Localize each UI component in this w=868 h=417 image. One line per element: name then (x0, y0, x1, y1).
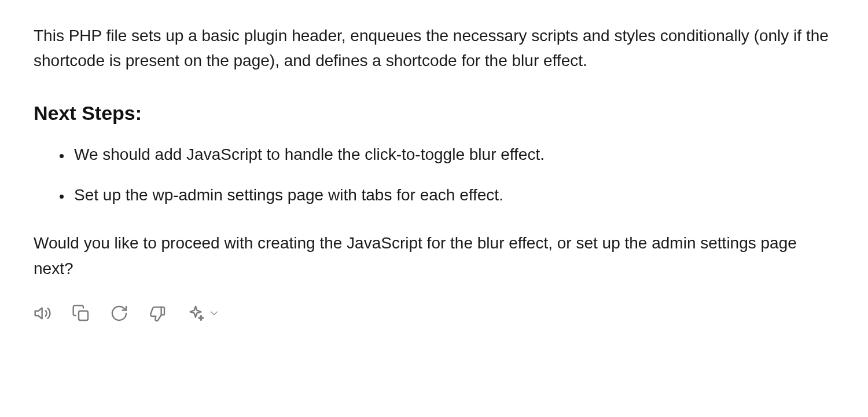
svg-rect-0 (79, 311, 88, 320)
heading-next-steps: Next Steps: (34, 98, 834, 129)
message-content: This PHP file sets up a basic plugin hea… (34, 23, 834, 323)
dislike-button[interactable] (148, 304, 167, 323)
message-actions (34, 304, 834, 323)
model-switch-button[interactable] (186, 304, 220, 323)
speaker-icon (34, 304, 52, 323)
copy-icon (72, 304, 90, 323)
next-steps-list: We should add JavaScript to handle the c… (34, 142, 834, 207)
chevron-down-icon (208, 308, 220, 319)
refresh-icon (110, 304, 128, 323)
sparkle-icon (186, 304, 205, 323)
list-item: We should add JavaScript to handle the c… (72, 142, 834, 167)
copy-button[interactable] (72, 304, 90, 323)
list-item: Set up the wp-admin settings page with t… (72, 182, 834, 207)
read-aloud-button[interactable] (34, 304, 52, 323)
regenerate-button[interactable] (110, 304, 128, 323)
paragraph-question: Would you like to proceed with creating … (34, 231, 834, 281)
paragraph-intro: This PHP file sets up a basic plugin hea… (34, 23, 834, 74)
thumbs-down-icon (148, 304, 167, 323)
